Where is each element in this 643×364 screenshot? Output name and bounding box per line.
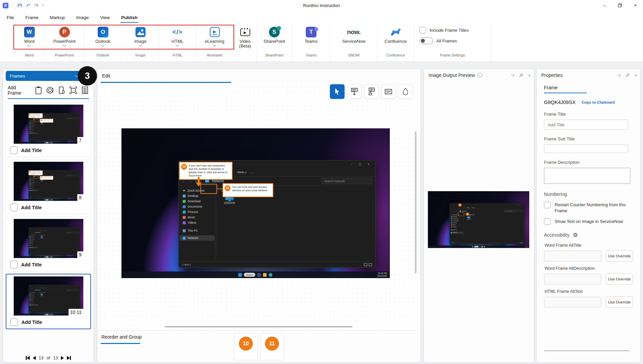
accessibility-settings-gear-icon[interactable]: ⚙ (573, 232, 578, 238)
reorder-and-group-label[interactable]: Reorder and Group (101, 334, 142, 340)
menu-image[interactable]: Image (76, 12, 90, 23)
frame-card[interactable]: – ▢ × Sort View ... ← → ↑ Network Search… (6, 217, 91, 271)
first-page-button[interactable] (26, 356, 30, 360)
publish-outlook-button[interactable]: O Outlook (84, 23, 121, 51)
add-frame-device-button[interactable] (58, 86, 66, 95)
close-panel-button[interactable]: × (528, 73, 531, 78)
frames-panel-header[interactable]: Frames (6, 71, 82, 81)
callout-leader-icon (367, 88, 375, 96)
explorer-status-bar: 1 item | (28, 253, 80, 255)
frame-card[interactable]: – ▢ × Sort View ... ← → ↑ Network Search… (6, 159, 91, 214)
windows-start-icon (44, 199, 45, 200)
add-title-checkbox[interactable] (10, 261, 18, 268)
add-title-checkbox[interactable] (10, 146, 18, 154)
add-title-checkbox[interactable] (10, 204, 18, 211)
callout-leader-tool-button[interactable] (364, 84, 379, 99)
reorder-group-card[interactable]: 11 (260, 333, 284, 360)
redo-icon[interactable]: ↷ (34, 3, 39, 8)
frame-card[interactable]: – ▢ × Sort View ... ← → ↑ Network Search… (6, 274, 91, 329)
documents-icon (451, 220, 452, 221)
add-frame-clipboard-button[interactable] (34, 86, 43, 95)
main-edit-image[interactable]: – ▢ × Sort View ... ← → ↑ Network Search… (121, 128, 390, 278)
close-panel-button[interactable]: × (634, 73, 637, 78)
copy-to-clipboard-link[interactable]: Copy to Clipboard (581, 100, 615, 104)
publish-image-button[interactable]: Image (122, 23, 159, 51)
publish-teams-button[interactable]: T Teams (292, 23, 330, 51)
add-frame-list-button[interactable] (81, 86, 89, 95)
restart-counter-checkbox[interactable] (544, 202, 551, 208)
pin-panel-button[interactable] (625, 73, 630, 78)
frame-title-input[interactable] (544, 120, 628, 130)
reorder-group-card[interactable]: 10 (234, 333, 258, 360)
close-button[interactable]: × (628, 0, 643, 11)
ribbon-group-label: PowerPoint (45, 51, 84, 59)
blur-tool-button[interactable] (398, 84, 413, 99)
edit-tab[interactable]: Edit (102, 73, 110, 79)
add-frame-region-button[interactable] (69, 86, 78, 95)
menu-view[interactable]: View (99, 12, 110, 23)
menu-markup[interactable]: Markup (49, 12, 66, 23)
explorer-window-controls: – ▢ × (73, 228, 79, 229)
callout-arrow-tool-button[interactable] (347, 84, 362, 99)
folder-icon (50, 142, 51, 143)
menu-frame[interactable]: Frame (25, 12, 39, 23)
html-alttext-input[interactable] (544, 297, 601, 308)
add-title-checkbox[interactable] (10, 318, 18, 326)
documents-icon (29, 296, 30, 297)
last-page-button[interactable] (67, 356, 71, 360)
textbox-tool-button[interactable] (381, 84, 396, 99)
edit-canvas[interactable]: – ▢ × Sort View ... ← → ↑ Network Search… (100, 83, 418, 331)
canvas-vertical-scrollbar[interactable] (415, 131, 417, 273)
collapse-panel-button[interactable] (512, 75, 514, 76)
html-alttext-override-button[interactable]: Use Override (606, 296, 633, 308)
view-menu: View (237, 170, 246, 174)
all-frames-toggle[interactable] (420, 37, 433, 44)
previous-page-button[interactable] (33, 356, 36, 360)
show-text-servicenow-checkbox[interactable] (544, 218, 551, 225)
save-icon[interactable] (17, 3, 22, 8)
sidebar-network-selected: Network (29, 247, 38, 248)
taskbar-app-icon (257, 273, 261, 277)
download-icon (183, 200, 186, 203)
page-of-label: of (47, 355, 50, 360)
menu-file[interactable]: File (6, 12, 15, 23)
collapse-panel-button[interactable] (618, 75, 621, 76)
publish-servicenow-button[interactable]: now. ServiceNow (331, 23, 377, 51)
word-alttitle-override-button[interactable]: Use Override (606, 250, 633, 261)
this-pc-icon (451, 229, 452, 230)
app-icon: R (3, 3, 8, 8)
next-page-button[interactable] (61, 356, 64, 360)
publish-elearning-button[interactable]: ▶ eLearning (196, 23, 233, 51)
folder-icon (50, 256, 51, 257)
pin-panel-button[interactable] (519, 73, 523, 78)
undo-icon[interactable]: ↶ (26, 3, 30, 8)
word-altdescription-override-button[interactable]: Use Override (606, 273, 633, 284)
address-path: Network (462, 211, 467, 212)
publish-sharepoint-button[interactable]: S SharePoint (257, 23, 292, 51)
publish-confluence-button[interactable]: Confluence (377, 23, 414, 51)
restore-button[interactable] (612, 0, 628, 11)
folder-icon (481, 246, 483, 247)
chevron-down-icon (28, 43, 31, 47)
sidebar-item: Videos (28, 128, 38, 130)
info-icon[interactable]: i (477, 73, 482, 78)
this-pc-icon (29, 131, 30, 131)
frame-subtitle-input[interactable] (544, 144, 628, 153)
publish-video-button[interactable]: ▶ Video(Beta) (234, 23, 257, 51)
select-tool-button[interactable] (330, 84, 345, 99)
word-altdescription-input[interactable] (544, 274, 601, 284)
publish-html-button[interactable]: </> HTML (159, 23, 196, 51)
frame-description-input[interactable] (544, 168, 630, 184)
include-frame-titles-checkbox[interactable] (420, 27, 426, 33)
qat-dropdown-icon[interactable] (42, 4, 44, 6)
word-alttitle-input[interactable] (544, 251, 601, 261)
add-frame-camera-button[interactable] (46, 86, 54, 95)
frame-properties-tab[interactable]: Frame (544, 85, 587, 93)
minimize-button[interactable]: – (597, 0, 612, 11)
publish-powerpoint-button[interactable]: P PowerPoint (45, 23, 84, 51)
publish-word-button[interactable]: W Word (14, 23, 44, 51)
menu-publish[interactable]: Publish (120, 12, 138, 23)
frame-card[interactable]: – ▢ × Sort View ... ← → ↑ Network Search… (6, 102, 91, 157)
canvas-horizontal-scrollbar[interactable] (165, 326, 352, 327)
desktop-icon (29, 293, 30, 294)
